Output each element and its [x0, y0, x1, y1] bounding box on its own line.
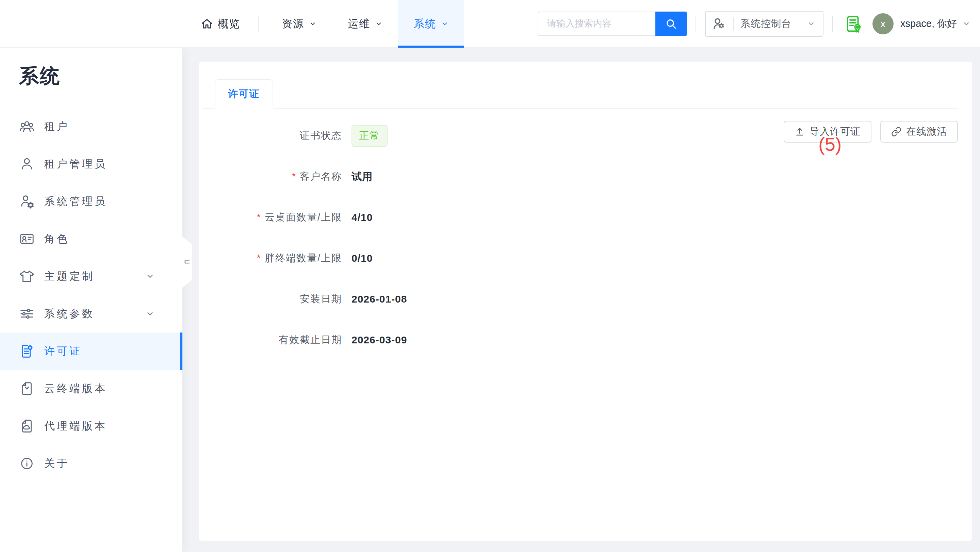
nav-item-overview[interactable]: 概览	[201, 0, 250, 47]
sidebar-item-label: 系统管理员	[44, 194, 107, 208]
sidebar-item-label: 代理端版本	[44, 419, 107, 433]
sidebar-item-label: 系统参数	[44, 307, 95, 321]
sidebar-item-system-params[interactable]: 系统参数	[0, 295, 182, 332]
tab-label: 许可证	[228, 87, 260, 101]
form-row-cert-status: 证书状态 正常	[199, 115, 972, 156]
field-value: 2026-01-08	[352, 293, 407, 305]
field-label: 客户名称	[199, 170, 342, 183]
chevron-down-icon	[441, 20, 449, 27]
header-divider	[832, 16, 833, 32]
sidebar-item-label: 主题定制	[44, 269, 95, 283]
sidebar-item-tenant-admin[interactable]: 租户管理员	[0, 145, 182, 183]
user-greeting: xspace, 你好	[900, 17, 957, 31]
header-divider	[695, 16, 696, 32]
header-right: 系统控制台 x xspace, 你好	[538, 0, 970, 47]
sidebar-item-license[interactable]: 许可证	[0, 332, 182, 370]
chevron-down-icon	[375, 20, 382, 27]
collapse-icon	[183, 258, 190, 266]
field-label: 证书状态	[199, 129, 342, 143]
sidebar-item-tenants[interactable]: 租户	[0, 108, 182, 145]
nav-label: 运维	[348, 17, 370, 31]
form-row-fat-terminal-count: 胖终端数量/上限 0/10	[199, 238, 972, 279]
annotation-badge-5: (5)	[818, 133, 842, 155]
global-search	[538, 11, 687, 36]
file-cloud-icon	[19, 418, 35, 434]
license-card: 许可证 导入许可证 在线激活	[199, 62, 972, 541]
chevron-down-icon	[962, 20, 970, 28]
sidebar: 系统 租户 租户管理员	[0, 48, 183, 552]
file-version-icon	[19, 381, 35, 396]
console-divider	[733, 17, 733, 31]
sidebar-item-cloud-terminal-version[interactable]: 云终端版本	[0, 370, 182, 407]
nav-divider	[258, 16, 259, 32]
main-content: 许可证 导入许可证 在线激活	[183, 48, 980, 552]
license-certificate-icon[interactable]	[845, 14, 863, 33]
tab-bar: 许可证	[203, 79, 959, 108]
field-value: 4/10	[352, 212, 372, 223]
tab-license[interactable]: 许可证	[215, 79, 273, 108]
console-select[interactable]: 系统控制台	[705, 11, 824, 37]
chevron-down-icon[interactable]	[146, 272, 154, 281]
license-form: 证书状态 正常 客户名称 试用 云桌面数量/上限 4/10 胖终端数量/上限 0…	[199, 115, 972, 360]
sidebar-title: 系统	[19, 63, 182, 89]
nav-label: 系统	[414, 17, 436, 31]
user-menu[interactable]: x xspace, 你好	[872, 13, 970, 34]
user-icon	[19, 156, 35, 172]
form-row-customer-name: 客户名称 试用	[199, 156, 972, 197]
top-header: 概览 资源 运维 系统	[0, 0, 980, 48]
search-input[interactable]	[538, 11, 655, 36]
field-value: 2026-03-09	[352, 334, 407, 346]
field-value: 试用	[352, 170, 372, 184]
field-label: 胖终端数量/上限	[199, 251, 342, 265]
user-gear-icon	[19, 194, 35, 209]
license-icon	[19, 344, 35, 359]
nav-label: 资源	[282, 17, 304, 31]
field-label: 安装日期	[199, 292, 342, 306]
form-row-expiry-date: 有效截止日期 2026-03-09	[199, 320, 972, 360]
sidebar-item-system-admin[interactable]: 系统管理员	[0, 183, 182, 220]
tshirt-icon	[19, 269, 35, 284]
sidebar-item-label: 租户	[44, 119, 69, 134]
home-icon	[201, 18, 213, 30]
form-row-install-date: 安装日期 2026-01-08	[199, 279, 972, 320]
sidebar-item-label: 云终端版本	[44, 382, 107, 396]
sidebar-item-agent-version[interactable]: 代理端版本	[0, 407, 182, 445]
nav-item-resources[interactable]: 资源	[266, 0, 332, 47]
sidebar-item-roles[interactable]: 角色	[0, 220, 182, 258]
form-row-desktop-count: 云桌面数量/上限 4/10	[199, 197, 972, 238]
status-badge: 正常	[352, 125, 388, 147]
sidebar-item-label: 角色	[44, 232, 69, 246]
main-nav: 概览 资源 运维 系统	[201, 0, 464, 47]
sliders-icon	[19, 306, 35, 321]
field-value: 0/10	[352, 253, 372, 264]
avatar: x	[872, 13, 894, 34]
sidebar-menu: 租户 租户管理员 系统管理员	[0, 108, 182, 482]
nav-label: 概览	[218, 17, 240, 31]
sidebar-item-label: 许可证	[44, 344, 82, 358]
search-button[interactable]	[655, 11, 687, 36]
field-label: 云桌面数量/上限	[199, 211, 342, 224]
chevron-down-icon	[807, 20, 815, 28]
console-label: 系统控制台	[740, 17, 791, 31]
sidebar-item-label: 租户管理员	[44, 157, 107, 171]
admin-user-gear-icon	[713, 17, 726, 30]
id-card-icon	[19, 231, 35, 247]
users-group-icon	[19, 119, 35, 134]
sidebar-collapse-handle[interactable]	[182, 237, 192, 288]
nav-item-system[interactable]: 系统	[398, 0, 464, 47]
field-label: 有效截止日期	[199, 333, 342, 347]
chevron-down-icon	[309, 20, 317, 27]
chevron-down-icon[interactable]	[146, 309, 154, 318]
sidebar-item-theme[interactable]: 主题定制	[0, 258, 182, 295]
search-icon	[665, 18, 677, 30]
sidebar-item-about[interactable]: 关于	[0, 445, 182, 482]
nav-item-operations[interactable]: 运维	[332, 0, 398, 47]
sidebar-item-label: 关于	[44, 457, 69, 471]
info-icon	[19, 456, 35, 471]
